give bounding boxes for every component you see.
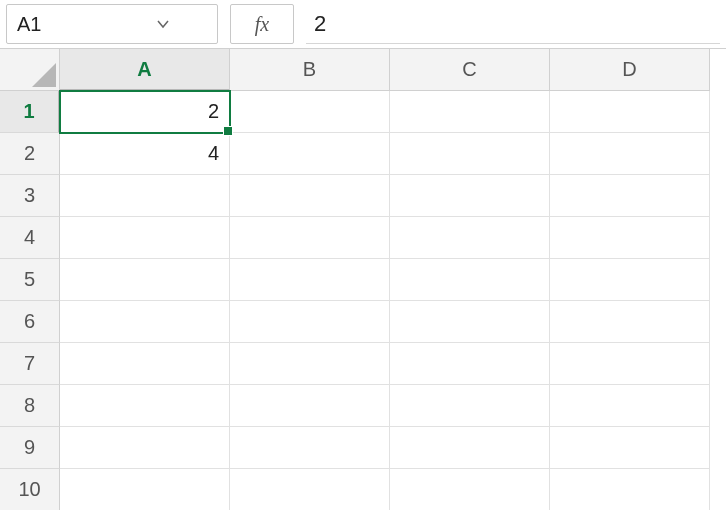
cell-C3[interactable] (390, 175, 550, 217)
cell-D4[interactable] (550, 217, 710, 259)
cell-A6[interactable] (60, 301, 230, 343)
cell-C5[interactable] (390, 259, 550, 301)
cell-C1[interactable] (390, 91, 550, 133)
cell-A5[interactable] (60, 259, 230, 301)
row-header-2[interactable]: 2 (0, 133, 60, 175)
cell-D1[interactable] (550, 91, 710, 133)
cell-B5[interactable] (230, 259, 390, 301)
cell-D5[interactable] (550, 259, 710, 301)
cell-B8[interactable] (230, 385, 390, 427)
formula-input-value: 2 (314, 11, 326, 37)
cell-B4[interactable] (230, 217, 390, 259)
cell-D3[interactable] (550, 175, 710, 217)
column-header-B[interactable]: B (230, 49, 390, 91)
column-header-D[interactable]: D (550, 49, 710, 91)
formula-bar: A1 fx 2 (0, 0, 726, 48)
fx-icon: fx (255, 13, 269, 36)
select-all-corner[interactable] (0, 49, 60, 91)
row-header-5[interactable]: 5 (0, 259, 60, 301)
column-header-A[interactable]: A (60, 49, 230, 91)
cell-B6[interactable] (230, 301, 390, 343)
row-header-10[interactable]: 10 (0, 469, 60, 510)
cell-D7[interactable] (550, 343, 710, 385)
cell-C7[interactable] (390, 343, 550, 385)
cell-A10[interactable] (60, 469, 230, 510)
cell-A8[interactable] (60, 385, 230, 427)
cell-C9[interactable] (390, 427, 550, 469)
cell-B2[interactable] (230, 133, 390, 175)
column-header-C[interactable]: C (390, 49, 550, 91)
cell-B10[interactable] (230, 469, 390, 510)
cell-A1[interactable]: 2 (60, 91, 230, 133)
cell-D2[interactable] (550, 133, 710, 175)
row-header-4[interactable]: 4 (0, 217, 60, 259)
cell-C2[interactable] (390, 133, 550, 175)
cell-B9[interactable] (230, 427, 390, 469)
cell-D9[interactable] (550, 427, 710, 469)
cell-C4[interactable] (390, 217, 550, 259)
cell-A3[interactable] (60, 175, 230, 217)
cell-D10[interactable] (550, 469, 710, 510)
insert-function-button[interactable]: fx (230, 4, 294, 44)
sheet-grid: A B C D 1 2 2 4 3 4 5 6 7 8 9 (0, 48, 726, 510)
row-header-7[interactable]: 7 (0, 343, 60, 385)
cell-A9[interactable] (60, 427, 230, 469)
chevron-down-icon[interactable] (114, 15, 211, 33)
row-header-6[interactable]: 6 (0, 301, 60, 343)
row-header-1[interactable]: 1 (0, 91, 60, 133)
name-box[interactable]: A1 (6, 4, 218, 44)
cell-B7[interactable] (230, 343, 390, 385)
cell-D6[interactable] (550, 301, 710, 343)
cell-A2[interactable]: 4 (60, 133, 230, 175)
row-header-3[interactable]: 3 (0, 175, 60, 217)
row-header-8[interactable]: 8 (0, 385, 60, 427)
cell-C10[interactable] (390, 469, 550, 510)
cell-A4[interactable] (60, 217, 230, 259)
cell-B1[interactable] (230, 91, 390, 133)
cell-D8[interactable] (550, 385, 710, 427)
cell-A7[interactable] (60, 343, 230, 385)
cell-C6[interactable] (390, 301, 550, 343)
row-header-9[interactable]: 9 (0, 427, 60, 469)
name-box-value: A1 (17, 13, 114, 36)
cell-B3[interactable] (230, 175, 390, 217)
formula-input[interactable]: 2 (306, 4, 720, 44)
cell-C8[interactable] (390, 385, 550, 427)
